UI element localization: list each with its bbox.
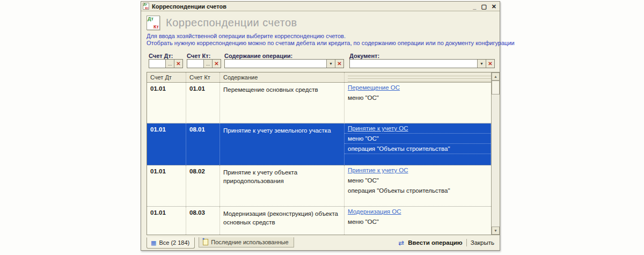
scrollbar-thumb[interactable]: [492, 81, 500, 94]
recent-page-icon: [203, 239, 208, 245]
footer-actions: ⇄ Ввести операцию Закрыть: [398, 239, 494, 246]
document-cell: Принятие к учету ОС меню "ОС" операция "…: [345, 123, 491, 164]
credit-account: 08.02: [186, 165, 220, 206]
help-text-line2: Отобрать нужную корреспонденцию можно по…: [147, 40, 515, 46]
debit-account: 01.01: [147, 123, 186, 164]
close-button[interactable]: Закрыть: [471, 239, 494, 246]
debit-filter-input[interactable]: [149, 60, 165, 68]
window-body: Дт Кт Корреспонденции счетов Для ввода х…: [141, 11, 500, 250]
document-operation-line: операция "Объекты строительства": [345, 144, 491, 154]
content-filter-input[interactable]: [225, 60, 326, 68]
credit-filter-input[interactable]: [187, 60, 203, 68]
table-row[interactable]: 01.01 08.02 Принятие к учету объекта при…: [147, 165, 491, 207]
operation-content: Принятие к учету объекта природопользова…: [220, 165, 345, 206]
operation-content: Принятие к учету земельного участка: [220, 123, 345, 164]
table-grid-icon: ▦: [151, 240, 156, 245]
vertical-scrollbar[interactable]: ▲ ▼: [491, 72, 500, 235]
content-dropdown-icon[interactable]: ▼: [326, 60, 335, 68]
scroll-up-icon[interactable]: ▲: [492, 72, 500, 81]
document-menu-line: меню "ОС": [345, 93, 491, 103]
document-clear-icon[interactable]: ✕: [486, 60, 494, 68]
debit-account: 01.01: [147, 207, 186, 235]
scroll-down-icon[interactable]: ▼: [492, 227, 500, 235]
desktop: Дт Кт Корреспонденции счетов _ ▢ ✕ Дт Кт…: [0, 0, 644, 255]
credit-account: 08.03: [186, 207, 220, 235]
credit-clear-icon[interactable]: ✕: [212, 60, 221, 68]
maximize-icon[interactable]: ▢: [481, 3, 486, 10]
content-filter-label: Содержание операции:: [224, 53, 292, 59]
document-header-lines: [348, 76, 491, 82]
window-title: Корреспонденции счетов: [152, 3, 473, 10]
document-cell: Перемещение ОС меню "ОС": [345, 83, 491, 123]
document-empty-line: [345, 154, 491, 164]
credit-account: 01.01: [186, 83, 220, 123]
content-filter-field: ▼ ✕: [224, 59, 344, 68]
footer-divider: [466, 239, 467, 246]
dtkt-page-icon: Дт Кт: [147, 16, 160, 30]
document-menu-line: меню "ОС": [345, 176, 491, 186]
operation-content: Перемещение основных средств: [220, 83, 345, 123]
close-icon[interactable]: ✕: [492, 3, 496, 10]
document-link[interactable]: Модернизация ОС: [345, 207, 491, 217]
app-window: Дт Кт Корреспонденции счетов _ ▢ ✕ Дт Кт…: [141, 1, 500, 251]
col-header-document[interactable]: [345, 72, 491, 82]
col-header-credit[interactable]: Счет Кт: [186, 72, 220, 82]
credit-filter-label: Счет Кт:: [187, 53, 210, 59]
tab-all-label: Все (2 184): [159, 239, 189, 246]
enter-operation-icon: ⇄: [398, 239, 404, 246]
debit-account: 01.01: [147, 83, 186, 123]
document-cell: Принятие к учету ОС меню "ОС" операция "…: [345, 165, 491, 206]
credit-picker-ellipsis-icon[interactable]: ...: [203, 60, 212, 68]
tab-recent-label: Последние использованные: [211, 239, 288, 245]
tab-recent[interactable]: Последние использованные: [199, 237, 294, 247]
document-dropdown-icon[interactable]: ▼: [477, 60, 486, 68]
document-operation-line: операция "Объекты строительства": [345, 186, 491, 196]
content-clear-icon[interactable]: ✕: [335, 60, 343, 68]
document-link[interactable]: Принятие к учету ОС: [345, 165, 491, 176]
debit-account: 01.01: [147, 165, 186, 206]
table-row[interactable]: 01.01 01.01 Перемещение основных средств…: [147, 83, 491, 123]
debit-filter-label: Счет Дт:: [149, 53, 173, 59]
bottom-tabstrip: ▦ Все (2 184) Последние использованные: [147, 237, 294, 249]
credit-account: 08.01: [186, 123, 220, 164]
document-filter-input[interactable]: [350, 60, 477, 68]
tab-all[interactable]: ▦ Все (2 184): [147, 237, 195, 249]
window-dtkt-icon: Дт Кт: [143, 3, 149, 10]
enter-operation-button[interactable]: Ввести операцию: [408, 239, 463, 246]
table-row-selected[interactable]: 01.01 08.01 Принятие к учету земельного …: [147, 123, 491, 165]
document-menu-line: меню "ОС": [345, 217, 491, 227]
document-menu-line: меню "ОС": [345, 134, 491, 144]
correspondence-table: Счет Дт Счет Кт Содержание 01.01 01.01 П…: [147, 72, 500, 235]
table-row[interactable]: 01.01 08.03 Модернизация (реконструкция)…: [147, 207, 491, 235]
document-filter-label: Документ:: [349, 53, 379, 59]
debit-clear-icon[interactable]: ✕: [174, 60, 182, 68]
help-text-line1: Для ввода хозяйственной операции выберит…: [147, 33, 346, 39]
minimize-icon[interactable]: _: [473, 3, 476, 10]
document-link[interactable]: Перемещение ОС: [345, 83, 491, 93]
document-filter-field: ▼ ✕: [349, 59, 495, 68]
debit-picker-ellipsis-icon[interactable]: ...: [165, 60, 174, 68]
operation-content: Модернизация (реконструкция) объекта осн…: [220, 207, 345, 235]
col-header-debit[interactable]: Счет Дт: [147, 72, 186, 82]
page-title: Корреспонденции счетов: [166, 17, 297, 29]
document-link[interactable]: Принятие к учету ОС: [345, 123, 491, 134]
titlebar[interactable]: Дт Кт Корреспонденции счетов _ ▢ ✕: [141, 2, 500, 11]
credit-filter-field: ... ✕: [187, 59, 221, 68]
col-header-content[interactable]: Содержание: [220, 72, 345, 82]
table-header: Счет Дт Счет Кт Содержание: [147, 72, 491, 83]
debit-filter-field: ... ✕: [149, 59, 183, 68]
document-cell: Модернизация ОС меню "ОС": [345, 207, 491, 235]
